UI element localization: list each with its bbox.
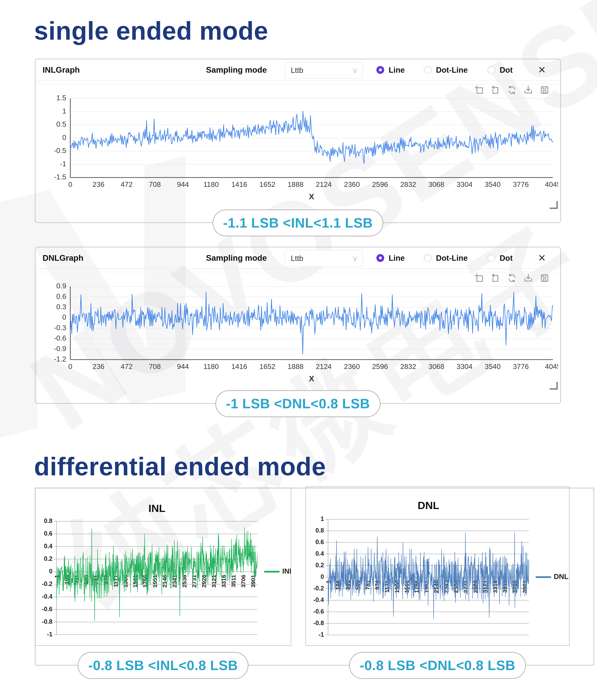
- save-button[interactable]: [539, 85, 550, 95]
- svg-text:0: 0: [68, 180, 72, 189]
- svg-text:2360: 2360: [344, 180, 360, 189]
- svg-text:0.2: 0.2: [316, 561, 324, 569]
- radio-dot-line[interactable]: Dot-Line: [424, 247, 468, 269]
- svg-text:-0.6: -0.6: [42, 605, 52, 612]
- svg-text:1180: 1180: [203, 180, 219, 189]
- svg-text:0: 0: [321, 573, 324, 580]
- undo-zoom-button[interactable]: [490, 273, 501, 283]
- save-button[interactable]: [539, 273, 550, 283]
- radio-line[interactable]: Line: [376, 59, 405, 80]
- radio-label: Dot: [500, 253, 513, 262]
- radio-line[interactable]: Line: [376, 247, 405, 269]
- zoom-area-button[interactable]: [474, 85, 484, 95]
- svg-text:3304: 3304: [456, 362, 472, 371]
- radio-unselected-icon: [424, 66, 431, 74]
- svg-text:2124: 2124: [316, 362, 331, 371]
- dropdown-value: Lttb: [291, 66, 303, 75]
- excel-inl-chart-box: 0.80.60.40.20-0.2-0.4-0.6-0.8-1119639158…: [35, 488, 291, 646]
- svg-text:INL: INL: [148, 502, 166, 514]
- svg-text:0: 0: [49, 568, 52, 575]
- svg-text:1: 1: [321, 515, 324, 522]
- svg-text:3540: 3540: [484, 180, 500, 189]
- svg-text:2832: 2832: [400, 180, 416, 189]
- svg-text:3540: 3540: [484, 362, 500, 371]
- svg-text:-1: -1: [47, 631, 52, 638]
- radio-label: Dot-Line: [436, 253, 468, 262]
- svg-text:-0.6: -0.6: [314, 608, 324, 615]
- download-icon: [523, 85, 533, 95]
- chevron-down-icon: ∨: [352, 250, 358, 266]
- dnl-chart-canvas[interactable]: 0.90.60.30-0.3-0.6-0.9-1.202364727089441…: [41, 282, 558, 391]
- svg-text:2360: 2360: [344, 362, 360, 371]
- svg-text:X: X: [309, 192, 314, 201]
- undo-box-icon: [490, 273, 501, 283]
- radio-unselected-icon: [488, 66, 495, 74]
- svg-text:DNL: DNL: [554, 573, 568, 580]
- refresh-icon: [506, 85, 517, 95]
- inl-chart-canvas[interactable]: 1.510.50-0.5-1-1.50236472708944118014161…: [41, 94, 558, 206]
- window-title: DNLGraph: [43, 247, 83, 269]
- inl-window-header: INLGraph Sampling mode Lttb ∨ Line Dot-L…: [35, 59, 561, 81]
- section-heading-single-ended: single ended mode: [34, 16, 268, 46]
- svg-text:0.4: 0.4: [316, 550, 324, 557]
- refresh-button[interactable]: [506, 273, 517, 283]
- chart-toolbar: [474, 85, 550, 95]
- svg-text:708: 708: [149, 180, 161, 189]
- svg-text:3776: 3776: [513, 180, 529, 189]
- svg-text:0.6: 0.6: [44, 530, 52, 537]
- save-icon: [539, 273, 550, 283]
- svg-text:1888: 1888: [288, 362, 303, 371]
- download-button[interactable]: [523, 85, 533, 95]
- svg-text:0: 0: [68, 362, 72, 371]
- inl-graph-window: INLGraph Sampling mode Lttb ∨ Line Dot-L…: [35, 59, 561, 223]
- svg-text:0.5: 0.5: [56, 120, 66, 128]
- svg-text:944: 944: [177, 362, 189, 371]
- svg-text:-0.3: -0.3: [54, 324, 66, 332]
- excel-dnl-chart-box: 10.80.60.40.20-0.2-0.4-0.6-0.8-111963915…: [305, 486, 569, 646]
- radio-selected-icon: [376, 254, 384, 262]
- undo-zoom-button[interactable]: [490, 85, 501, 95]
- sampling-mode-dropdown[interactable]: Lttb ∨: [284, 62, 363, 79]
- svg-text:1888: 1888: [288, 180, 303, 189]
- svg-text:1.5: 1.5: [56, 94, 66, 102]
- close-button[interactable]: ✕: [538, 59, 546, 80]
- resize-handle[interactable]: [550, 382, 558, 390]
- refresh-button[interactable]: [506, 85, 517, 95]
- svg-text:0.6: 0.6: [56, 292, 66, 300]
- radio-dot[interactable]: Dot: [488, 59, 513, 80]
- zoom-area-button[interactable]: [474, 273, 484, 283]
- svg-text:0.3: 0.3: [56, 303, 66, 311]
- chart-toolbar: [474, 273, 550, 283]
- sampling-mode-dropdown[interactable]: Lttb ∨: [284, 250, 363, 267]
- svg-text:-1.5: -1.5: [54, 173, 66, 181]
- svg-text:3316: 3316: [220, 575, 227, 588]
- svg-text:-0.8: -0.8: [42, 618, 52, 625]
- svg-text:3068: 3068: [428, 362, 444, 371]
- svg-text:0.8: 0.8: [316, 527, 324, 534]
- header-divider: [35, 272, 561, 272]
- svg-text:-0.8: -0.8: [314, 620, 324, 626]
- download-button[interactable]: [523, 273, 533, 283]
- svg-text:236: 236: [93, 362, 104, 371]
- window-title: INLGraph: [43, 59, 80, 80]
- resize-handle[interactable]: [550, 201, 558, 209]
- radio-dot[interactable]: Dot: [488, 247, 513, 269]
- svg-text:3068: 3068: [428, 180, 444, 189]
- svg-text:472: 472: [121, 180, 132, 189]
- svg-text:-0.4: -0.4: [42, 593, 52, 600]
- svg-text:1652: 1652: [259, 362, 275, 371]
- chevron-down-icon: ∨: [352, 62, 358, 78]
- zoom-area-icon: [474, 85, 484, 95]
- svg-text:2124: 2124: [316, 180, 331, 189]
- svg-text:2596: 2596: [372, 180, 388, 189]
- diff-dnl-conclusion-badge: -0.8 LSB <DNL<0.8 LSB: [349, 652, 526, 679]
- radio-selected-icon: [376, 66, 384, 74]
- radio-dot-line[interactable]: Dot-Line: [424, 59, 468, 80]
- svg-text:-1.2: -1.2: [54, 355, 66, 363]
- svg-text:0.8: 0.8: [44, 517, 52, 524]
- header-divider: [35, 84, 561, 84]
- radio-label: Dot: [500, 65, 513, 75]
- svg-text:-0.5: -0.5: [54, 147, 66, 154]
- svg-text:-0.2: -0.2: [314, 585, 324, 592]
- close-button[interactable]: ✕: [538, 247, 546, 269]
